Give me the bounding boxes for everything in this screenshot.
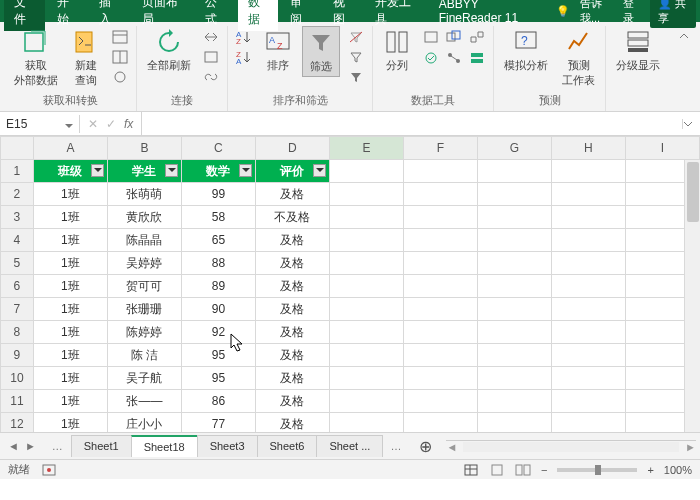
cell[interactable] bbox=[551, 275, 625, 298]
cell[interactable] bbox=[551, 206, 625, 229]
cell[interactable]: 90 bbox=[181, 298, 255, 321]
cell[interactable] bbox=[329, 321, 403, 344]
view-page-layout-button[interactable] bbox=[489, 463, 505, 477]
cell[interactable] bbox=[477, 160, 551, 183]
cell[interactable]: 1班 bbox=[33, 298, 107, 321]
worksheet-grid[interactable]: A B C D E F G H I 1班级学生数学评价21班张萌萌99及格31班… bbox=[0, 136, 700, 432]
relationships-button[interactable] bbox=[444, 49, 464, 67]
cell[interactable]: 数学 bbox=[181, 160, 255, 183]
filter-dropdown-button[interactable] bbox=[313, 164, 326, 177]
cell[interactable] bbox=[477, 344, 551, 367]
cell[interactable] bbox=[329, 160, 403, 183]
cell[interactable] bbox=[477, 413, 551, 433]
cell[interactable] bbox=[551, 413, 625, 433]
row-header[interactable]: 2 bbox=[1, 183, 34, 206]
sort-asc-button[interactable]: AZ bbox=[234, 28, 254, 46]
cell[interactable]: 及格 bbox=[255, 275, 329, 298]
cell[interactable] bbox=[403, 344, 477, 367]
cell[interactable] bbox=[403, 252, 477, 275]
cell[interactable] bbox=[403, 321, 477, 344]
filter-dropdown-button[interactable] bbox=[239, 164, 252, 177]
sheet-tab[interactable]: Sheet3 bbox=[197, 435, 258, 457]
cell[interactable] bbox=[403, 390, 477, 413]
cell[interactable]: 及格 bbox=[255, 413, 329, 433]
cell[interactable] bbox=[477, 367, 551, 390]
cell[interactable] bbox=[551, 183, 625, 206]
cell[interactable] bbox=[329, 275, 403, 298]
sheet-tab[interactable]: Sheet1 bbox=[71, 435, 132, 457]
cell[interactable]: 及格 bbox=[255, 252, 329, 275]
cell[interactable]: 贺可可 bbox=[107, 275, 181, 298]
cell[interactable] bbox=[329, 367, 403, 390]
row-header[interactable]: 8 bbox=[1, 321, 34, 344]
filter-button[interactable]: 筛选 bbox=[302, 26, 340, 77]
tab-abbyy[interactable]: ABBYY FineReader 11 bbox=[429, 0, 554, 28]
cell[interactable] bbox=[329, 390, 403, 413]
cell[interactable] bbox=[329, 298, 403, 321]
cell[interactable] bbox=[477, 229, 551, 252]
cell[interactable] bbox=[403, 160, 477, 183]
row-header[interactable]: 4 bbox=[1, 229, 34, 252]
row-header[interactable]: 7 bbox=[1, 298, 34, 321]
login-link[interactable]: 登录 bbox=[623, 0, 640, 26]
cell[interactable]: 及格 bbox=[255, 183, 329, 206]
formula-input[interactable] bbox=[141, 112, 682, 135]
cell[interactable]: 及格 bbox=[255, 344, 329, 367]
get-external-data-button[interactable]: 获取 外部数据 bbox=[10, 26, 62, 90]
col-header-I[interactable]: I bbox=[625, 137, 699, 160]
cell[interactable]: 吴子航 bbox=[107, 367, 181, 390]
flash-fill-button[interactable] bbox=[421, 28, 441, 46]
advanced-filter-button[interactable] bbox=[346, 68, 366, 86]
cell[interactable]: 1班 bbox=[33, 367, 107, 390]
clear-filter-button[interactable] bbox=[346, 28, 366, 46]
cell[interactable]: 黄欣欣 bbox=[107, 206, 181, 229]
cell[interactable] bbox=[403, 275, 477, 298]
cell[interactable] bbox=[403, 183, 477, 206]
cell[interactable] bbox=[329, 413, 403, 433]
cell[interactable] bbox=[403, 413, 477, 433]
cell[interactable] bbox=[477, 252, 551, 275]
col-header-C[interactable]: C bbox=[181, 137, 255, 160]
cell[interactable] bbox=[551, 390, 625, 413]
enter-formula-button[interactable]: ✓ bbox=[106, 117, 116, 131]
cell[interactable]: 1班 bbox=[33, 275, 107, 298]
cell[interactable]: 吴婷婷 bbox=[107, 252, 181, 275]
cell[interactable] bbox=[329, 344, 403, 367]
scrollbar-thumb[interactable] bbox=[687, 162, 699, 222]
cell[interactable]: 陈晶晶 bbox=[107, 229, 181, 252]
tell-me-search[interactable]: 告诉我... bbox=[580, 0, 613, 26]
row-header[interactable]: 12 bbox=[1, 413, 34, 433]
cell[interactable]: 及格 bbox=[255, 390, 329, 413]
tabs-overflow-left[interactable]: … bbox=[44, 440, 71, 452]
row-header[interactable]: 9 bbox=[1, 344, 34, 367]
col-header-G[interactable]: G bbox=[477, 137, 551, 160]
cell[interactable]: 95 bbox=[181, 367, 255, 390]
cell[interactable] bbox=[403, 229, 477, 252]
col-header-H[interactable]: H bbox=[551, 137, 625, 160]
sheet-tab[interactable]: Sheet6 bbox=[257, 435, 318, 457]
text-to-columns-button[interactable]: 分列 bbox=[379, 26, 415, 75]
forecast-sheet-button[interactable]: 预测 工作表 bbox=[558, 26, 599, 90]
show-queries-button[interactable] bbox=[110, 28, 130, 46]
cell[interactable]: 张—— bbox=[107, 390, 181, 413]
zoom-in-button[interactable]: + bbox=[647, 464, 653, 476]
col-header-E[interactable]: E bbox=[329, 137, 403, 160]
cell[interactable]: 1班 bbox=[33, 321, 107, 344]
macro-record-icon[interactable] bbox=[42, 463, 56, 477]
cell[interactable]: 陈 洁 bbox=[107, 344, 181, 367]
row-header[interactable]: 10 bbox=[1, 367, 34, 390]
tab-scroll-right-button[interactable]: ► bbox=[25, 440, 36, 452]
cell[interactable] bbox=[551, 160, 625, 183]
cell[interactable]: 1班 bbox=[33, 183, 107, 206]
tab-scroll-left-button[interactable]: ◄ bbox=[8, 440, 19, 452]
cell[interactable]: 88 bbox=[181, 252, 255, 275]
consolidate-button[interactable] bbox=[467, 28, 487, 46]
cell[interactable]: 77 bbox=[181, 413, 255, 433]
cell[interactable]: 65 bbox=[181, 229, 255, 252]
row-header[interactable]: 3 bbox=[1, 206, 34, 229]
cell[interactable]: 张萌萌 bbox=[107, 183, 181, 206]
sort-desc-button[interactable]: ZA bbox=[234, 48, 254, 66]
cell[interactable] bbox=[329, 206, 403, 229]
tabs-overflow-right[interactable]: … bbox=[382, 440, 409, 452]
row-header[interactable]: 1 bbox=[1, 160, 34, 183]
